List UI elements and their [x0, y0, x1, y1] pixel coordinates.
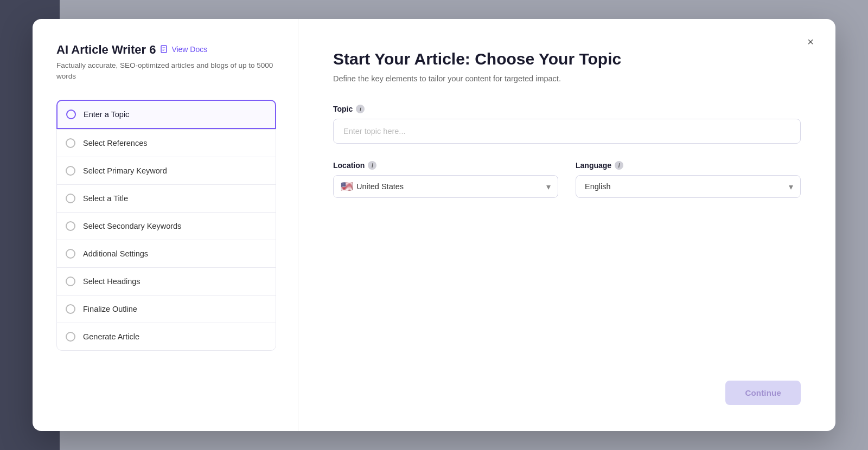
step-radio-select-headings — [66, 277, 75, 286]
step-radio-enter-topic — [66, 110, 76, 119]
right-panel: × Start Your Article: Choose Your Topic … — [298, 19, 835, 431]
topic-section: Topic i — [333, 105, 801, 144]
step-label-additional-settings: Additional Settings — [83, 249, 148, 258]
step-label-select-primary-keyword: Select Primary Keyword — [83, 166, 167, 175]
location-language-row: Location i 🇺🇸 United States United Kingd… — [333, 161, 801, 198]
step-label-finalize-outline: Finalize Outline — [83, 305, 137, 313]
panel-description: Define the key elements to tailor your c… — [333, 74, 801, 83]
step-radio-finalize-outline — [66, 304, 75, 314]
language-field-group: Language i English Spanish French German… — [576, 161, 801, 198]
step-label-select-secondary-keywords: Select Secondary Keywords — [83, 222, 181, 230]
location-select-wrapper: 🇺🇸 United States United Kingdom Canada A… — [333, 175, 558, 198]
step-label-generate-article: Generate Article — [83, 332, 139, 341]
step-generate-article[interactable]: Generate Article — [56, 323, 276, 351]
step-label-select-headings: Select Headings — [83, 277, 141, 286]
topic-label: Topic i — [333, 105, 801, 113]
step-radio-select-secondary-keywords — [66, 221, 75, 231]
step-select-references[interactable]: Select References — [56, 129, 276, 157]
step-radio-select-primary-keyword — [66, 166, 75, 176]
step-select-headings[interactable]: Select Headings — [56, 267, 276, 295]
step-label-select-references: Select References — [83, 139, 147, 147]
topic-info-icon[interactable]: i — [356, 105, 365, 113]
language-info-icon[interactable]: i — [615, 161, 623, 170]
location-field-group: Location i 🇺🇸 United States United Kingd… — [333, 161, 558, 198]
language-label: Language i — [576, 161, 801, 170]
steps-list: Enter a Topic Select References Select P… — [56, 100, 276, 351]
modal-title: AI Article Writer 6 — [56, 43, 156, 57]
continue-button[interactable]: Continue — [725, 381, 801, 405]
doc-icon — [160, 45, 169, 54]
step-additional-settings[interactable]: Additional Settings — [56, 240, 276, 267]
location-info-icon[interactable]: i — [368, 161, 376, 170]
step-select-a-title[interactable]: Select a Title — [56, 184, 276, 212]
view-docs-link[interactable]: View Docs — [160, 45, 207, 54]
step-label-select-a-title: Select a Title — [83, 194, 128, 203]
language-select[interactable]: English Spanish French German — [576, 175, 801, 198]
left-panel: AI Article Writer 6 View Docs Factually … — [33, 19, 298, 431]
location-label: Location i — [333, 161, 558, 170]
step-radio-generate-article — [66, 332, 75, 342]
step-radio-additional-settings — [66, 249, 75, 259]
panel-heading: Start Your Article: Choose Your Topic — [333, 49, 801, 69]
close-button[interactable]: × — [801, 32, 820, 52]
step-select-primary-keyword[interactable]: Select Primary Keyword — [56, 157, 276, 184]
topic-input[interactable] — [333, 119, 801, 144]
step-enter-topic[interactable]: Enter a Topic — [56, 100, 276, 129]
step-label-enter-topic: Enter a Topic — [84, 110, 129, 119]
footer-row: Continue — [333, 363, 801, 405]
step-select-secondary-keywords[interactable]: Select Secondary Keywords — [56, 212, 276, 240]
language-select-wrapper: English Spanish French German ▾ — [576, 175, 801, 198]
step-finalize-outline[interactable]: Finalize Outline — [56, 295, 276, 323]
step-radio-select-a-title — [66, 194, 75, 203]
ai-article-writer-modal: AI Article Writer 6 View Docs Factually … — [33, 19, 835, 431]
step-radio-select-references — [66, 138, 75, 148]
location-select[interactable]: United States United Kingdom Canada Aust… — [333, 175, 558, 198]
modal-subtitle: Factually accurate, SEO-optimized articl… — [56, 60, 273, 82]
